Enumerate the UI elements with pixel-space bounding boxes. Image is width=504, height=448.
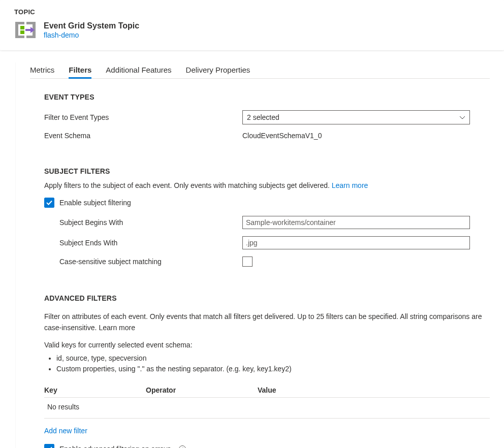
- topic-header-card: TOPIC Event Grid System Topic flash-demo: [0, 0, 504, 50]
- enable-array-filtering-checkbox[interactable]: [44, 444, 54, 448]
- enable-subject-filtering-checkbox[interactable]: [44, 198, 54, 208]
- subject-begins-label: Subject Begins With: [59, 218, 242, 227]
- filters-panel: EVENT TYPES Filter to Event Types 2 sele…: [16, 79, 504, 448]
- enable-subject-filtering-row: Enable subject filtering: [44, 198, 490, 208]
- event-types-title: EVENT TYPES: [44, 93, 490, 101]
- tab-filters[interactable]: Filters: [69, 62, 91, 78]
- main-content: Metrics Filters Additional Features Deli…: [15, 62, 504, 448]
- event-grid-topic-icon: [14, 19, 37, 41]
- case-sensitive-label: Case-sensitive subject matching: [59, 258, 242, 266]
- subject-ends-row: Subject Ends With: [59, 236, 490, 249]
- enable-array-filtering-label: Enable advanced filtering on arrays: [59, 445, 171, 448]
- table-header: Key Operator Value: [44, 383, 490, 398]
- topic-texts: Event Grid System Topic flash-demo: [44, 21, 139, 39]
- valid-keys-list: id, source, type, specversion Custom pro…: [56, 353, 490, 375]
- valid-key-item: id, source, type, specversion: [56, 353, 490, 364]
- svg-rect-4: [26, 22, 36, 24]
- subject-ends-label: Subject Ends With: [59, 239, 242, 247]
- subject-filters-desc-text: Apply filters to the subject of each eve…: [44, 181, 330, 189]
- event-schema-value: CloudEventSchemaV1_0: [242, 132, 322, 140]
- subject-begins-row: Subject Begins With: [59, 216, 490, 229]
- svg-rect-8: [25, 29, 30, 31]
- table-empty-row: No results: [44, 398, 490, 419]
- enable-subject-filtering-label: Enable subject filtering: [59, 199, 131, 207]
- advanced-filters-table: Key Operator Value No results: [44, 383, 490, 419]
- column-value: Value: [258, 386, 490, 394]
- advanced-array-row: Enable advanced filtering on arrays i: [44, 444, 490, 448]
- event-schema-label: Event Schema: [44, 132, 242, 140]
- subject-filters-title: SUBJECT FILTERS: [44, 167, 490, 175]
- svg-rect-1: [15, 22, 24, 24]
- tabs: Metrics Filters Additional Features Deli…: [30, 62, 490, 79]
- subject-filters-learn-more-link[interactable]: Learn more: [332, 181, 368, 189]
- add-new-filter-link[interactable]: Add new filter: [44, 427, 87, 435]
- tab-metrics[interactable]: Metrics: [30, 62, 54, 78]
- valid-keys-label: Valid keys for currently selected event …: [44, 341, 490, 349]
- subject-filters-desc: Apply filters to the subject of each eve…: [44, 180, 490, 190]
- column-operator: Operator: [146, 386, 258, 394]
- filter-event-types-value: 2 selected: [247, 113, 279, 121]
- tab-delivery-properties[interactable]: Delivery Properties: [186, 62, 250, 78]
- valid-key-item: Custom properties, using "." as the nest…: [56, 364, 490, 375]
- case-sensitive-checkbox[interactable]: [242, 257, 253, 267]
- subject-ends-input[interactable]: [242, 236, 470, 249]
- topic-row: Event Grid System Topic flash-demo: [14, 19, 504, 41]
- subject-begins-input[interactable]: [242, 216, 470, 229]
- case-sensitive-row: Case-sensitive subject matching: [59, 257, 490, 267]
- tab-additional-features[interactable]: Additional Features: [106, 62, 171, 78]
- advanced-filters-desc: Filter on attributes of each event. Only…: [44, 311, 490, 333]
- info-icon[interactable]: i: [179, 445, 186, 448]
- filter-event-types-label: Filter to Event Types: [44, 113, 242, 121]
- svg-rect-5: [26, 36, 36, 38]
- advanced-filters-title: ADVANCED FILTERS: [44, 294, 490, 302]
- svg-rect-2: [15, 36, 24, 38]
- topic-label: TOPIC: [14, 8, 504, 16]
- svg-rect-6: [20, 26, 24, 29]
- chevron-down-icon: [459, 114, 465, 120]
- filter-event-types-row: Filter to Event Types 2 selected: [44, 110, 490, 124]
- advanced-filters-learn-more-link[interactable]: Learn more: [99, 324, 135, 332]
- event-schema-row: Event Schema CloudEventSchemaV1_0: [44, 132, 490, 140]
- filter-event-types-dropdown[interactable]: 2 selected: [242, 110, 470, 124]
- column-key: Key: [44, 386, 146, 394]
- topic-title: Event Grid System Topic: [44, 21, 139, 30]
- topic-resource-link[interactable]: flash-demo: [44, 31, 139, 39]
- svg-rect-7: [20, 30, 24, 34]
